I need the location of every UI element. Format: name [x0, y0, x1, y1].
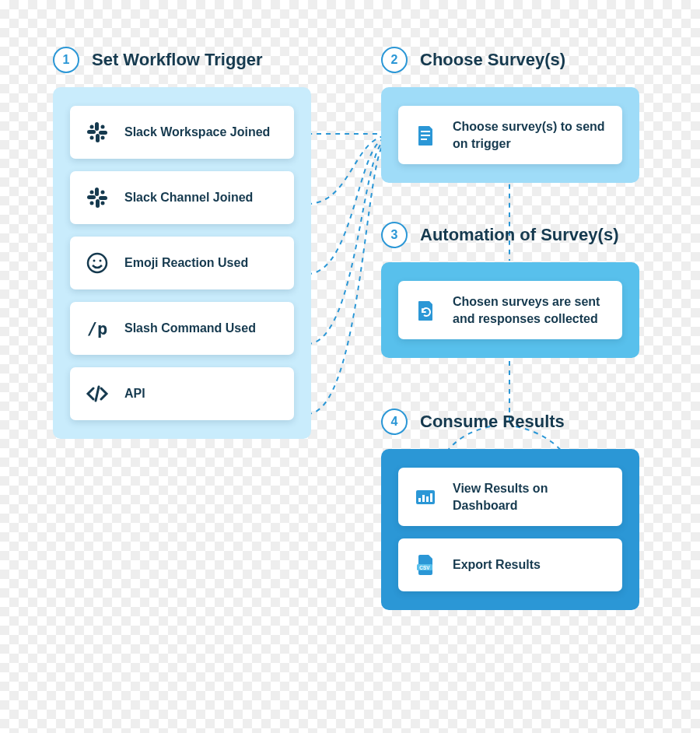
export-results-label: Export Results: [453, 556, 541, 573]
svg-point-15: [101, 202, 105, 205]
smile-icon: [84, 250, 110, 276]
svg-point-4: [90, 125, 94, 129]
workflow-diagram: 1 Set Workflow Trigger Slack Workspace J…: [0, 0, 700, 733]
svg-point-13: [101, 191, 105, 195]
step-title-1: Set Workflow Trigger: [92, 50, 263, 70]
step-badge-4: 4: [381, 409, 408, 435]
trigger-label: Slack Channel Joined: [124, 189, 253, 206]
svg-rect-21: [421, 139, 427, 140]
view-dashboard-label: View Results on Dashboard: [453, 480, 608, 514]
step-title-2: Choose Survey(s): [420, 50, 565, 70]
panel-triggers: Slack Workspace Joined Slack Channel Joi…: [53, 87, 311, 439]
step-header-4: 4 Consume Results: [381, 409, 565, 435]
panel-results: View Results on Dashboard CSV Export Res…: [381, 449, 639, 610]
svg-rect-20: [421, 135, 430, 136]
trigger-label: API: [124, 385, 145, 402]
step-header-3: 3 Automation of Survey(s): [381, 222, 618, 248]
svg-rect-3: [99, 131, 107, 135]
list-doc-icon: [412, 122, 439, 149]
dashboard-icon: [412, 484, 439, 510]
svg-rect-11: [99, 196, 107, 200]
step-title-3: Automation of Survey(s): [420, 225, 618, 245]
svg-point-7: [101, 136, 105, 140]
slash-command-icon: /p: [84, 315, 110, 342]
svg-rect-10: [96, 199, 100, 208]
step-badge-2: 2: [381, 47, 408, 73]
step-badge-3: 3: [381, 222, 408, 248]
step-header-1: 1 Set Workflow Trigger: [53, 47, 263, 73]
csv-file-icon: CSV: [412, 552, 439, 578]
trigger-label: Emoji Reaction Used: [124, 254, 248, 272]
choose-survey-label: Choose survey(s) to send on trigger: [453, 118, 608, 152]
svg-rect-24: [422, 495, 425, 502]
code-icon: [84, 381, 110, 407]
slack-icon: [84, 184, 110, 211]
step-header-2: 2 Choose Survey(s): [381, 47, 565, 73]
trigger-emoji-reaction[interactable]: Emoji Reaction Used: [70, 237, 294, 289]
svg-point-18: [100, 260, 102, 262]
panel-automation: Chosen surveys are sent and responses co…: [381, 262, 639, 358]
panel-choose-survey: Choose survey(s) to send on trigger: [381, 87, 639, 183]
trigger-slack-channel-joined[interactable]: Slack Channel Joined: [70, 171, 294, 224]
automation-label: Chosen surveys are sent and responses co…: [453, 293, 608, 327]
trigger-slack-workspace-joined[interactable]: Slack Workspace Joined: [70, 106, 294, 159]
refresh-doc-icon: [412, 297, 439, 324]
svg-rect-2: [96, 134, 100, 142]
svg-point-16: [88, 254, 107, 272]
svg-point-12: [90, 191, 94, 195]
svg-rect-26: [430, 493, 432, 502]
slack-icon: [84, 119, 110, 146]
automation-card: Chosen surveys are sent and responses co…: [398, 281, 622, 339]
svg-rect-25: [426, 496, 429, 502]
trigger-label: Slash Command Used: [124, 320, 256, 337]
trigger-label: Slack Workspace Joined: [124, 124, 270, 141]
svg-rect-23: [418, 498, 421, 502]
svg-rect-9: [87, 195, 96, 199]
trigger-api[interactable]: API: [70, 367, 294, 420]
export-results-card[interactable]: CSV Export Results: [398, 538, 622, 591]
svg-point-17: [93, 260, 96, 262]
step-title-4: Consume Results: [420, 412, 565, 432]
trigger-slash-command[interactable]: /p Slash Command Used: [70, 302, 294, 355]
view-dashboard-card[interactable]: View Results on Dashboard: [398, 468, 622, 526]
svg-point-5: [101, 125, 105, 129]
svg-rect-19: [421, 131, 430, 132]
step-badge-1: 1: [53, 47, 79, 73]
svg-text:CSV: CSV: [419, 565, 430, 570]
choose-survey-card[interactable]: Choose survey(s) to send on trigger: [398, 106, 622, 164]
svg-rect-8: [95, 188, 99, 196]
svg-point-14: [90, 202, 94, 205]
svg-point-6: [90, 136, 94, 140]
svg-rect-1: [87, 130, 96, 134]
svg-rect-0: [95, 122, 99, 131]
